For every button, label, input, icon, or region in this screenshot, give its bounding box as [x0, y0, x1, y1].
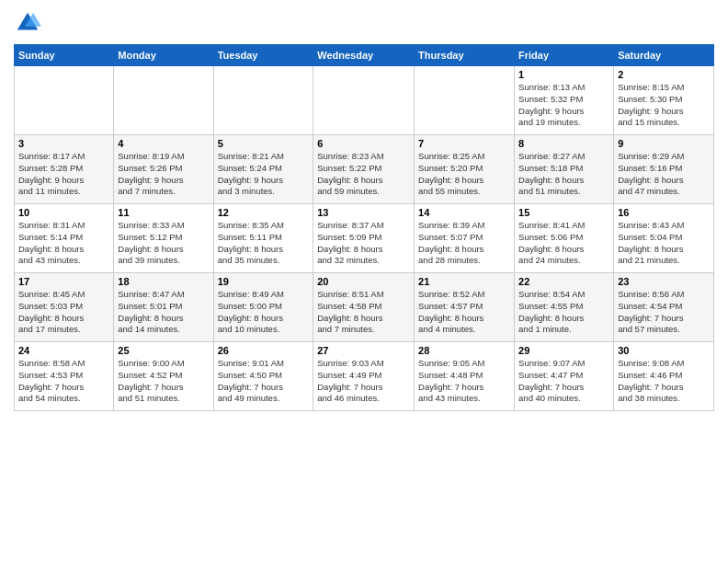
day-number: 28 — [418, 345, 510, 356]
calendar-cell: 18Sunrise: 8:47 AM Sunset: 5:01 PM Dayli… — [114, 273, 213, 342]
page-header — [14, 9, 714, 37]
day-info: Sunrise: 8:31 AM Sunset: 5:14 PM Dayligh… — [18, 220, 109, 267]
day-number: 9 — [618, 138, 710, 149]
day-info: Sunrise: 9:00 AM Sunset: 4:52 PM Dayligh… — [118, 358, 209, 405]
day-info: Sunrise: 8:13 AM Sunset: 5:32 PM Dayligh… — [518, 82, 609, 129]
calendar-cell: 11Sunrise: 8:33 AM Sunset: 5:12 PM Dayli… — [114, 204, 213, 273]
day-info: Sunrise: 8:52 AM Sunset: 4:57 PM Dayligh… — [418, 289, 510, 336]
day-number: 16 — [618, 207, 710, 218]
day-number: 11 — [118, 207, 209, 218]
calendar-cell: 9Sunrise: 8:29 AM Sunset: 5:16 PM Daylig… — [614, 135, 714, 204]
day-info: Sunrise: 8:15 AM Sunset: 5:30 PM Dayligh… — [618, 82, 710, 129]
calendar-header-saturday: Saturday — [614, 45, 714, 66]
day-info: Sunrise: 8:43 AM Sunset: 5:04 PM Dayligh… — [618, 220, 710, 267]
calendar-cell: 19Sunrise: 8:49 AM Sunset: 5:00 PM Dayli… — [213, 273, 313, 342]
day-number: 4 — [118, 138, 209, 149]
calendar-cell: 30Sunrise: 9:08 AM Sunset: 4:46 PM Dayli… — [614, 342, 714, 411]
logo-icon — [14, 9, 41, 37]
day-number: 20 — [317, 276, 410, 287]
day-number: 14 — [418, 207, 510, 218]
day-info: Sunrise: 8:23 AM Sunset: 5:22 PM Dayligh… — [317, 151, 410, 198]
day-info: Sunrise: 8:27 AM Sunset: 5:18 PM Dayligh… — [518, 151, 609, 198]
calendar-cell — [415, 66, 515, 135]
calendar-cell: 14Sunrise: 8:39 AM Sunset: 5:07 PM Dayli… — [415, 204, 515, 273]
calendar-week-row: 3Sunrise: 8:17 AM Sunset: 5:28 PM Daylig… — [15, 135, 714, 204]
calendar-cell: 7Sunrise: 8:25 AM Sunset: 5:20 PM Daylig… — [415, 135, 515, 204]
calendar-week-row: 24Sunrise: 8:58 AM Sunset: 4:53 PM Dayli… — [15, 342, 714, 411]
day-number: 17 — [18, 276, 109, 287]
day-info: Sunrise: 8:49 AM Sunset: 5:00 PM Dayligh… — [218, 289, 310, 336]
calendar-cell: 5Sunrise: 8:21 AM Sunset: 5:24 PM Daylig… — [213, 135, 313, 204]
calendar-cell: 23Sunrise: 8:56 AM Sunset: 4:54 PM Dayli… — [614, 273, 714, 342]
calendar-cell: 22Sunrise: 8:54 AM Sunset: 4:55 PM Dayli… — [515, 273, 614, 342]
day-info: Sunrise: 9:03 AM Sunset: 4:49 PM Dayligh… — [317, 358, 410, 405]
calendar-cell — [15, 66, 114, 135]
calendar-header-friday: Friday — [515, 45, 614, 66]
day-number: 30 — [618, 345, 710, 356]
calendar-cell: 10Sunrise: 8:31 AM Sunset: 5:14 PM Dayli… — [15, 204, 114, 273]
calendar-cell: 1Sunrise: 8:13 AM Sunset: 5:32 PM Daylig… — [515, 66, 614, 135]
day-number: 26 — [218, 345, 310, 356]
day-number: 6 — [317, 138, 410, 149]
calendar-cell: 16Sunrise: 8:43 AM Sunset: 5:04 PM Dayli… — [614, 204, 714, 273]
calendar-cell — [213, 66, 313, 135]
calendar-cell: 2Sunrise: 8:15 AM Sunset: 5:30 PM Daylig… — [614, 66, 714, 135]
calendar-cell: 26Sunrise: 9:01 AM Sunset: 4:50 PM Dayli… — [213, 342, 313, 411]
day-info: Sunrise: 8:37 AM Sunset: 5:09 PM Dayligh… — [317, 220, 410, 267]
day-info: Sunrise: 8:17 AM Sunset: 5:28 PM Dayligh… — [18, 151, 109, 198]
calendar-cell: 27Sunrise: 9:03 AM Sunset: 4:49 PM Dayli… — [313, 342, 415, 411]
day-info: Sunrise: 9:01 AM Sunset: 4:50 PM Dayligh… — [218, 358, 310, 405]
day-info: Sunrise: 8:19 AM Sunset: 5:26 PM Dayligh… — [118, 151, 209, 198]
day-number: 22 — [518, 276, 609, 287]
calendar-cell — [313, 66, 415, 135]
calendar-cell: 24Sunrise: 8:58 AM Sunset: 4:53 PM Dayli… — [15, 342, 114, 411]
calendar-cell: 6Sunrise: 8:23 AM Sunset: 5:22 PM Daylig… — [313, 135, 415, 204]
day-number: 15 — [518, 207, 609, 218]
day-info: Sunrise: 9:07 AM Sunset: 4:47 PM Dayligh… — [518, 358, 609, 405]
day-info: Sunrise: 8:35 AM Sunset: 5:11 PM Dayligh… — [218, 220, 310, 267]
calendar-cell: 13Sunrise: 8:37 AM Sunset: 5:09 PM Dayli… — [313, 204, 415, 273]
calendar-cell: 21Sunrise: 8:52 AM Sunset: 4:57 PM Dayli… — [415, 273, 515, 342]
calendar-header-sunday: Sunday — [15, 45, 114, 66]
day-number: 13 — [317, 207, 410, 218]
calendar-cell: 3Sunrise: 8:17 AM Sunset: 5:28 PM Daylig… — [15, 135, 114, 204]
calendar-header-tuesday: Tuesday — [213, 45, 313, 66]
calendar-week-row: 10Sunrise: 8:31 AM Sunset: 5:14 PM Dayli… — [15, 204, 714, 273]
day-number: 8 — [518, 138, 609, 149]
day-info: Sunrise: 9:05 AM Sunset: 4:48 PM Dayligh… — [418, 358, 510, 405]
day-info: Sunrise: 8:45 AM Sunset: 5:03 PM Dayligh… — [18, 289, 109, 336]
calendar-header-row: SundayMondayTuesdayWednesdayThursdayFrid… — [15, 45, 714, 66]
day-number: 3 — [18, 138, 109, 149]
day-info: Sunrise: 8:54 AM Sunset: 4:55 PM Dayligh… — [518, 289, 609, 336]
day-number: 24 — [18, 345, 109, 356]
calendar-cell: 17Sunrise: 8:45 AM Sunset: 5:03 PM Dayli… — [15, 273, 114, 342]
day-info: Sunrise: 8:41 AM Sunset: 5:06 PM Dayligh… — [518, 220, 609, 267]
calendar-cell: 28Sunrise: 9:05 AM Sunset: 4:48 PM Dayli… — [415, 342, 515, 411]
day-number: 21 — [418, 276, 510, 287]
day-info: Sunrise: 8:51 AM Sunset: 4:58 PM Dayligh… — [317, 289, 410, 336]
calendar-cell: 25Sunrise: 9:00 AM Sunset: 4:52 PM Dayli… — [114, 342, 213, 411]
calendar-week-row: 1Sunrise: 8:13 AM Sunset: 5:32 PM Daylig… — [15, 66, 714, 135]
day-info: Sunrise: 8:47 AM Sunset: 5:01 PM Dayligh… — [118, 289, 209, 336]
day-info: Sunrise: 8:56 AM Sunset: 4:54 PM Dayligh… — [618, 289, 710, 336]
calendar-header-monday: Monday — [114, 45, 213, 66]
calendar-cell: 20Sunrise: 8:51 AM Sunset: 4:58 PM Dayli… — [313, 273, 415, 342]
day-number: 7 — [418, 138, 510, 149]
logo — [14, 9, 45, 37]
day-info: Sunrise: 8:29 AM Sunset: 5:16 PM Dayligh… — [618, 151, 710, 198]
day-info: Sunrise: 8:58 AM Sunset: 4:53 PM Dayligh… — [18, 358, 109, 405]
day-number: 18 — [118, 276, 209, 287]
calendar-cell — [114, 66, 213, 135]
calendar-week-row: 17Sunrise: 8:45 AM Sunset: 5:03 PM Dayli… — [15, 273, 714, 342]
calendar-cell: 15Sunrise: 8:41 AM Sunset: 5:06 PM Dayli… — [515, 204, 614, 273]
day-info: Sunrise: 8:39 AM Sunset: 5:07 PM Dayligh… — [418, 220, 510, 267]
day-number: 12 — [218, 207, 310, 218]
calendar-cell: 29Sunrise: 9:07 AM Sunset: 4:47 PM Dayli… — [515, 342, 614, 411]
day-number: 27 — [317, 345, 410, 356]
day-number: 2 — [618, 69, 710, 80]
page-container: SundayMondayTuesdayWednesdayThursdayFrid… — [0, 0, 728, 420]
day-number: 5 — [218, 138, 310, 149]
calendar-header-wednesday: Wednesday — [313, 45, 415, 66]
calendar-cell: 8Sunrise: 8:27 AM Sunset: 5:18 PM Daylig… — [515, 135, 614, 204]
day-number: 23 — [618, 276, 710, 287]
